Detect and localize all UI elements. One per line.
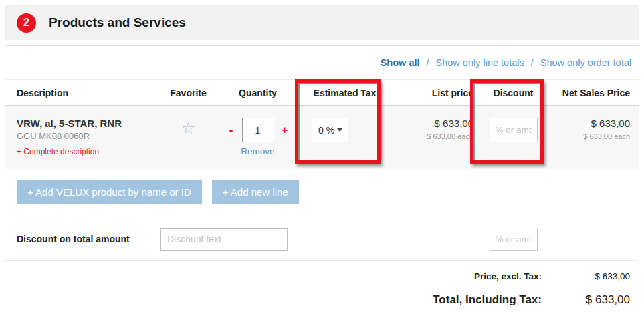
products-services-section: 2 Products and Services Show all / Show …: [0, 0, 644, 319]
favorite-cell: ☆: [160, 118, 216, 136]
complete-description-link[interactable]: + Complete description: [17, 147, 99, 156]
discount-amount-cell: [478, 228, 548, 251]
discount-on-total-label: Discount on total amount: [5, 234, 160, 244]
chevron-down-icon: [337, 128, 342, 132]
total-incl-tax-value: $ 633,00: [542, 293, 639, 307]
quantity-cell: - + Remove: [216, 118, 300, 156]
show-line-totals-link[interactable]: Show only line totals: [436, 57, 524, 68]
favorite-star-icon[interactable]: ☆: [181, 120, 196, 136]
col-header-quantity: Quantity: [216, 88, 300, 98]
total-discount-amount-input[interactable]: [490, 228, 538, 251]
add-velux-product-button[interactable]: + Add VELUX product by name or ID: [17, 180, 202, 204]
table-header-row: Description Favorite Quantity Estimated …: [5, 80, 639, 106]
remove-line-link[interactable]: Remove: [241, 146, 274, 156]
discount-on-total-row: Discount on total amount: [5, 218, 639, 261]
list-price-cell: $ 633,00 $ 633,00 each: [390, 118, 478, 140]
link-separator: /: [531, 57, 534, 68]
step-number-badge: 2: [17, 13, 36, 33]
estimated-tax-value: 0 %: [318, 125, 334, 136]
col-header-favorite: Favorite: [160, 88, 216, 98]
net-sales-price-value: $ 633,00: [548, 118, 630, 129]
page-title: Products and Services: [49, 15, 186, 30]
line-discount-input[interactable]: [490, 118, 538, 142]
estimated-tax-cell: 0 %: [300, 118, 390, 142]
add-new-line-button[interactable]: + Add new line: [212, 180, 299, 204]
price-excl-tax-label: Price, excl. Tax:: [474, 271, 542, 281]
list-price-each: $ 633,00 each: [390, 132, 473, 140]
price-excl-tax-value: $ 633,00: [542, 271, 639, 281]
col-header-discount: Discount: [478, 88, 548, 98]
product-code: GGU MK08 0060R: [17, 131, 160, 141]
col-header-net-sales-price: Net Sales Price: [548, 88, 639, 98]
discount-cell: [478, 118, 548, 142]
col-header-estimated-tax: Estimated Tax: [300, 88, 390, 98]
total-incl-tax-label: Total, Including Tax:: [433, 293, 542, 307]
actions-bar: + Add VELUX product by name or ID + Add …: [5, 180, 639, 204]
section-header: 2 Products and Services: [5, 5, 639, 40]
discount-text-input[interactable]: [160, 228, 288, 251]
total-incl-tax-row: Total, Including Tax: $ 633,00: [5, 289, 639, 311]
discount-text-cell: [160, 228, 478, 251]
price-excl-tax-row: Price, excl. Tax: $ 633,00: [5, 267, 639, 285]
show-order-total-link[interactable]: Show only order total: [540, 57, 631, 68]
col-header-list-price: List price: [390, 88, 478, 98]
description-cell: VRW, al, 5-STAR, RNR GGU MK08 0060R + Co…: [5, 118, 160, 157]
show-all-link[interactable]: Show all: [381, 57, 420, 68]
net-sales-price-each: $ 633,00 each: [548, 132, 630, 140]
quantity-increase-button[interactable]: +: [282, 124, 288, 137]
net-sales-price-cell: $ 633,00 $ 633,00 each: [548, 118, 639, 140]
col-header-description: Description: [5, 88, 160, 98]
quantity-input[interactable]: [242, 118, 274, 142]
list-price-value: $ 633,00: [390, 118, 473, 129]
product-name: VRW, al, 5-STAR, RNR: [17, 118, 160, 129]
quantity-decrease-button[interactable]: -: [228, 124, 235, 137]
view-options-bar: Show all / Show only line totals / Show …: [5, 45, 639, 80]
link-separator: /: [427, 57, 429, 68]
product-table-row: VRW, al, 5-STAR, RNR GGU MK08 0060R + Co…: [5, 106, 639, 169]
estimated-tax-dropdown[interactable]: 0 %: [312, 118, 348, 142]
totals-section: Price, excl. Tax: $ 633,00 Total, Includ…: [5, 261, 639, 319]
quantity-stepper: - +: [228, 118, 288, 142]
